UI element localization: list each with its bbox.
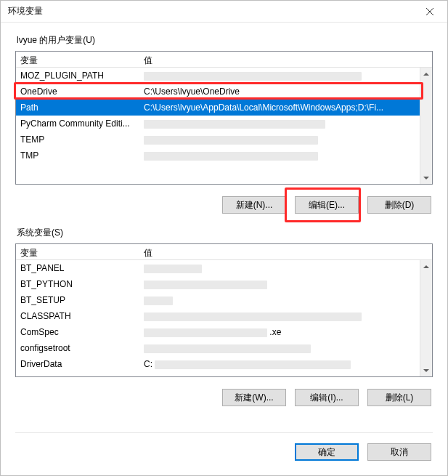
cell-value [139, 149, 432, 162]
cell-value [139, 69, 432, 82]
table-row[interactable]: TEMP [16, 132, 432, 148]
cell-value [139, 133, 432, 146]
cell-name: MOZ_PLUGIN_PATH [16, 69, 139, 82]
cell-name: configsetroot [16, 342, 139, 355]
close-icon [426, 8, 433, 15]
cancel-button[interactable]: 取消 [367, 443, 431, 461]
user-vars-list[interactable]: 变量 值 MOZ_PLUGIN_PATHOneDriveC:\Users\lvy… [15, 51, 433, 185]
user-vars-label: lvyue 的用户变量(U) [17, 34, 433, 47]
cell-value: C:\Users\lvyue\AppData\Local\Microsoft\W… [139, 101, 432, 114]
cell-value [139, 262, 432, 275]
cell-name: BT_SETUP [16, 294, 139, 307]
system-new-button[interactable]: 新建(W)... [222, 389, 286, 406]
table-row[interactable]: CLASSPATH [16, 308, 432, 324]
table-row[interactable]: TMP [16, 148, 432, 164]
cell-name: PyCharm Community Editi... [16, 117, 139, 130]
client-area: lvyue 的用户变量(U) 变量 值 MOZ_PLUGIN_PATHOneDr… [1, 23, 447, 475]
cell-name: TMP [16, 149, 139, 162]
window-title: 环境变量 [8, 5, 414, 17]
cell-value [139, 278, 432, 291]
cell-value [139, 310, 432, 323]
cell-name: DriverData [16, 358, 139, 371]
cell-name: BT_PYTHON [16, 278, 139, 291]
scroll-up-arrow[interactable] [420, 260, 432, 273]
table-row[interactable]: ComSpec .xe [16, 324, 432, 340]
table-row[interactable]: DriverDataC: [16, 356, 432, 372]
cell-name: BT_PANEL [16, 262, 139, 275]
list-header: 变量 值 [16, 244, 432, 260]
system-vars-label: 系统变量(S) [17, 227, 433, 239]
table-row[interactable]: MOZ_PLUGIN_PATH [16, 68, 432, 84]
user-edit-button[interactable]: 编辑(E)... [295, 196, 359, 214]
cell-value [139, 342, 432, 355]
cell-name: ComSpec [16, 326, 139, 339]
titlebar: 环境变量 [1, 1, 447, 23]
list-body: BT_PANELBT_PYTHONBT_SETUPCLASSPATHComSpe… [16, 260, 432, 376]
table-row[interactable]: BT_PANEL [16, 260, 432, 276]
table-row[interactable]: PathC:\Users\lvyue\AppData\Local\Microso… [16, 100, 432, 116]
cell-name: OneDrive [16, 85, 139, 98]
system-buttons: 新建(W)... 编辑(I)... 删除(L) [15, 377, 433, 406]
user-new-button[interactable]: 新建(N)... [222, 196, 286, 214]
scrollbar[interactable] [420, 260, 432, 376]
system-delete-button[interactable]: 删除(L) [367, 389, 431, 406]
close-button[interactable] [414, 1, 446, 22]
user-delete-button[interactable]: 删除(D) [367, 196, 431, 214]
system-vars-group: 系统变量(S) 变量 值 BT_PANELBT_PYTHONBT_SETUPCL… [15, 227, 433, 406]
cell-value: .xe [139, 326, 432, 339]
column-header-name[interactable]: 变量 [16, 52, 139, 67]
cell-value [139, 294, 432, 307]
ok-button[interactable]: 确定 [295, 443, 359, 461]
user-vars-group: lvyue 的用户变量(U) 变量 值 MOZ_PLUGIN_PATHOneDr… [15, 34, 433, 214]
system-edit-button[interactable]: 编辑(I)... [295, 389, 359, 406]
cell-value: C: [139, 358, 432, 371]
scrollbar[interactable] [420, 68, 432, 184]
cell-name: TEMP [16, 133, 139, 146]
cell-value [139, 117, 432, 130]
scroll-down-arrow[interactable] [420, 172, 432, 184]
scroll-down-arrow[interactable] [420, 364, 432, 376]
table-row[interactable]: BT_SETUP [16, 292, 432, 308]
cell-value: C:\Users\lvyue\OneDrive [139, 85, 432, 98]
user-buttons: 新建(N)... 编辑(E)... 删除(D) [15, 185, 433, 214]
cell-name: Path [16, 101, 139, 114]
system-vars-list[interactable]: 变量 值 BT_PANELBT_PYTHONBT_SETUPCLASSPATHC… [15, 243, 433, 377]
scroll-up-arrow[interactable] [420, 68, 432, 80]
column-header-value[interactable]: 值 [139, 244, 432, 259]
table-row[interactable]: PyCharm Community Editi... [16, 116, 432, 132]
cell-name: CLASSPATH [16, 310, 139, 323]
table-row[interactable]: BT_PYTHON [16, 276, 432, 292]
column-header-name[interactable]: 变量 [16, 244, 139, 259]
table-row[interactable]: OneDriveC:\Users\lvyue\OneDrive [16, 84, 432, 100]
list-body: MOZ_PLUGIN_PATHOneDriveC:\Users\lvyue\On… [16, 68, 432, 184]
column-header-value[interactable]: 值 [139, 52, 432, 67]
table-row[interactable]: configsetroot [16, 340, 432, 356]
list-header: 变量 值 [16, 52, 432, 68]
dialog-buttons: 确定 取消 [15, 432, 433, 461]
